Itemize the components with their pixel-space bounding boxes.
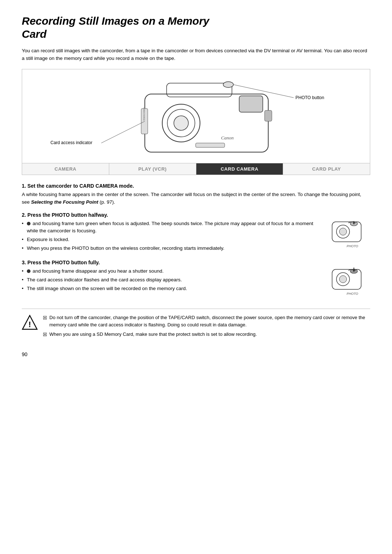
tab-card-camera[interactable]: CARD CAMERA	[196, 163, 283, 175]
step-3: 3. Press the PHOTO button fully. and foc…	[22, 260, 370, 301]
warning-icon: !	[22, 315, 38, 331]
step-3-image: PHOTO	[327, 268, 370, 301]
warning-checkbox-icon-1: ☒	[43, 314, 47, 329]
intro-paragraph: You can record still images with the cam…	[22, 47, 370, 62]
step-2-bullet-3: When you press the PHOTO button on the w…	[22, 245, 321, 252]
step-3-bullet-1: and focusing frame disappear and you hea…	[22, 268, 321, 275]
svg-text:!: !	[28, 320, 31, 329]
svg-text:Canon: Canon	[221, 135, 234, 140]
svg-text:CARD/CHARGE: CARD/CHARGE	[143, 107, 145, 121]
warning-content: ☒ Do not turn off the camcorder, change …	[43, 314, 370, 341]
step-3-bullet-2: The card access indicator flashes and th…	[22, 276, 321, 284]
step-3-text: and focusing frame disappear and you hea…	[22, 268, 321, 294]
step-3-title: 3. Press the PHOTO button fully.	[22, 260, 370, 265]
svg-rect-8	[265, 110, 272, 121]
page-title: Recording Still Images on a Memory Card	[22, 15, 370, 41]
svg-text:PHOTO: PHOTO	[347, 292, 358, 296]
circle-dot-icon	[27, 222, 30, 225]
step-2-bullets: and focusing frame turn green when focus…	[22, 220, 321, 252]
svg-point-18	[339, 228, 347, 235]
step-2-image: PHOTO	[327, 220, 370, 254]
warning-item-1: ☒ Do not turn off the camcorder, change …	[43, 314, 370, 329]
step-3-row: and focusing frame disappear and you hea…	[22, 268, 370, 301]
circle-dot-icon-2	[27, 269, 30, 273]
step-2-bullet-1: and focusing frame turn green when focus…	[22, 220, 321, 235]
step-2-title: 2. Press the PHOTO button halfway.	[22, 212, 370, 218]
step-2-bullet-2: Exposure is locked.	[22, 236, 321, 243]
svg-rect-5	[167, 83, 232, 97]
step-3-bullets: and focusing frame disappear and you hea…	[22, 268, 321, 293]
tab-camera[interactable]: CAMERA	[22, 163, 109, 175]
tab-play-vcr[interactable]: PLAY (VCR)	[109, 163, 196, 175]
svg-text:PHOTO: PHOTO	[347, 244, 358, 248]
svg-line-12	[101, 121, 145, 143]
svg-point-10	[223, 82, 233, 87]
svg-text:Card access indicator: Card access indicator	[50, 140, 92, 145]
camera-diagram: CARD/CHARGE Canon PHOTO button Card acce…	[29, 76, 363, 159]
camera-svg: CARD/CHARGE Canon PHOTO button Card acce…	[29, 76, 377, 159]
step-2-row: and focusing frame turn green when focus…	[22, 220, 370, 254]
warning-checkbox-icon-2: ☒	[43, 331, 47, 338]
page-number: 90	[22, 351, 370, 357]
step-2: 2. Press the PHOTO button halfway. and f…	[22, 212, 370, 254]
tab-card-play[interactable]: CARD PLAY	[283, 163, 370, 175]
svg-point-24	[339, 276, 347, 283]
step-1: 1. Set the camcorder to CARD CAMERA mode…	[22, 183, 370, 206]
svg-point-3	[174, 116, 188, 130]
mode-tabs-row: CAMERA PLAY (VCR) CARD CAMERA CARD PLAY	[22, 163, 370, 175]
svg-rect-15	[196, 143, 225, 147]
warning-item-2: ☒ When you are using a SD Memory Card, m…	[43, 331, 370, 338]
step-3-bullet-3: The still image shown on the screen will…	[22, 285, 321, 292]
step-1-title: 1. Set the camcorder to CARD CAMERA mode…	[22, 183, 370, 189]
diagram-box: CARD/CHARGE Canon PHOTO button Card acce…	[22, 69, 370, 163]
step-2-text: and focusing frame turn green when focus…	[22, 220, 321, 254]
svg-text:PHOTO button: PHOTO button	[295, 95, 324, 100]
svg-rect-4	[239, 96, 263, 112]
step-1-body: A white focusing frame appears in the ce…	[22, 191, 370, 206]
warning-box: ! ☒ Do not turn off the camcorder, chang…	[22, 309, 370, 341]
